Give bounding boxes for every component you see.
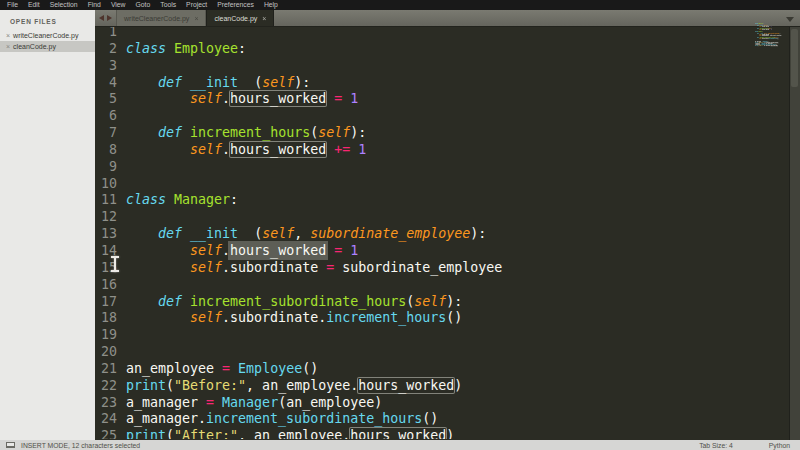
code-line: 2class Employee:	[95, 41, 800, 58]
line-number: 21	[95, 361, 117, 378]
menu-item-edit[interactable]: Edit	[23, 0, 45, 10]
code-line: 16	[95, 277, 800, 294]
tab-label: cleanCode.py	[214, 15, 257, 22]
close-icon[interactable]: ×	[194, 15, 198, 22]
file-name: cleanCode.py	[13, 43, 56, 50]
code-line: 12	[95, 209, 800, 226]
line-number: 13	[95, 226, 117, 243]
line-number: 9	[95, 159, 117, 176]
line-number: 24	[95, 411, 117, 428]
close-icon[interactable]: ×	[262, 15, 266, 22]
open-files-header[interactable]: OPEN FILES	[0, 10, 95, 30]
main-area: OPEN FILES ×writeCleanerCode.py×cleanCod…	[0, 10, 800, 440]
line-number: 12	[95, 209, 117, 226]
code-content: 12class Employee:34 def __init__(self):5…	[95, 27, 800, 439]
menu-item-selection[interactable]: Selection	[45, 0, 83, 10]
line-number: 6	[95, 108, 117, 125]
tab-scroll-arrows	[95, 10, 116, 26]
line-number: 10	[95, 176, 117, 193]
menu-item-help[interactable]: Help	[259, 0, 283, 10]
code-line: 17 def increment_subordinate_hours(self)…	[95, 294, 800, 311]
vertical-scrollbar[interactable]	[789, 27, 800, 440]
code-line: 14 self.hours_worked = 1	[95, 243, 800, 260]
tab-overflow-icon[interactable]	[786, 17, 794, 22]
code-line: 25print("After:", an_employee.hours_work…	[95, 428, 800, 439]
line-number: 5	[95, 91, 117, 108]
code-line: 23a_manager = Manager(an_employee)	[95, 395, 800, 412]
code-line: 11class Manager:	[95, 192, 800, 209]
sidebar: OPEN FILES ×writeCleanerCode.py×cleanCod…	[0, 10, 95, 440]
console-panel-icon[interactable]	[6, 442, 15, 448]
code-line: 22print("Before:", an_employee.hours_wor…	[95, 378, 800, 395]
line-number: 17	[95, 294, 117, 311]
menu-item-tools[interactable]: Tools	[155, 0, 181, 10]
line-number: 11	[95, 192, 117, 209]
mouse-ibeam-cursor	[110, 256, 120, 272]
close-icon[interactable]: ×	[6, 43, 10, 50]
line-number: 3	[95, 58, 117, 75]
line-number: 2	[95, 41, 117, 58]
code-line: 19	[95, 327, 800, 344]
code-line: 5 self.hours_worked = 1	[95, 91, 800, 108]
menu-item-goto[interactable]: Goto	[130, 0, 155, 10]
tabs-container: writeCleanerCode.py×cleanCode.py×	[116, 10, 274, 26]
tab-cleanCode.py[interactable]: cleanCode.py×	[206, 10, 274, 26]
status-message: INSERT MODE, 12 characters selected	[21, 442, 699, 449]
menu-item-find[interactable]: Find	[83, 0, 106, 10]
menu-item-preferences[interactable]: Preferences	[212, 0, 259, 10]
code-line: 10	[95, 176, 800, 193]
line-number: 25	[95, 428, 117, 439]
tab-scroll-left-icon[interactable]	[99, 15, 104, 21]
line-number: 8	[95, 142, 117, 159]
code-line: 15 self.subordinate = subordinate_employ…	[95, 260, 800, 277]
line-number: 19	[95, 327, 117, 344]
sidebar-file-cleanCode.py[interactable]: ×cleanCode.py	[0, 41, 95, 52]
language-indicator[interactable]: Python	[769, 442, 790, 449]
minimap[interactable]: class Employee: def __init__(self): self…	[755, 22, 787, 58]
menu-item-file[interactable]: File	[2, 0, 23, 10]
code-line: 1	[95, 27, 800, 41]
code-line: 24a_manager.increment_subordinate_hours(…	[95, 411, 800, 428]
code-editor[interactable]: 12class Employee:34 def __init__(self):5…	[95, 27, 800, 439]
tab-label: writeCleanerCode.py	[124, 15, 189, 22]
scrollbar-thumb[interactable]	[791, 29, 798, 87]
sidebar-file-writeCleanerCode.py[interactable]: ×writeCleanerCode.py	[0, 30, 95, 41]
line-number: 20	[95, 344, 117, 361]
line-number: 1	[95, 27, 117, 41]
code-line: 4 def __init__(self):	[95, 75, 800, 92]
file-name: writeCleanerCode.py	[13, 32, 78, 39]
code-line: 3	[95, 58, 800, 75]
tab-writeCleanerCode.py[interactable]: writeCleanerCode.py×	[116, 10, 206, 26]
line-number: 23	[95, 395, 117, 412]
code-line: 6	[95, 108, 800, 125]
code-line: 13 def __init__(self, subordinate_employ…	[95, 226, 800, 243]
open-files-list: ×writeCleanerCode.py×cleanCode.py	[0, 30, 95, 52]
line-number: 18	[95, 310, 117, 327]
code-line: 8 self.hours_worked += 1	[95, 142, 800, 159]
line-number: 4	[95, 75, 117, 92]
line-number: 22	[95, 378, 117, 395]
status-bar: INSERT MODE, 12 characters selected Tab …	[0, 440, 800, 450]
sublime-text-window: FileEditSelectionFindViewGotoToolsProjec…	[0, 0, 800, 450]
code-line: 21an_employee = Employee()	[95, 361, 800, 378]
editor-column: writeCleanerCode.py×cleanCode.py× 12clas…	[95, 10, 800, 440]
menu-bar: FileEditSelectionFindViewGotoToolsProjec…	[0, 0, 800, 10]
menu-item-view[interactable]: View	[106, 0, 131, 10]
tab-size-indicator[interactable]: Tab Size: 4	[699, 442, 733, 449]
tab-bar: writeCleanerCode.py×cleanCode.py×	[95, 10, 800, 27]
menu-item-project[interactable]: Project	[181, 0, 212, 10]
code-line: 18 self.subordinate.increment_hours()	[95, 310, 800, 327]
code-line: print("After:", an_employee.hours_worked…	[755, 45, 784, 46]
code-line: 20	[95, 344, 800, 361]
code-line: self.subordinate = subordinate_employee	[755, 36, 784, 37]
close-icon[interactable]: ×	[6, 32, 10, 39]
line-number: 7	[95, 125, 117, 142]
code-line: 7 def increment_hours(self):	[95, 125, 800, 142]
tab-scroll-right-icon[interactable]	[107, 15, 112, 21]
code-line: 9	[95, 159, 800, 176]
line-number: 16	[95, 277, 117, 294]
